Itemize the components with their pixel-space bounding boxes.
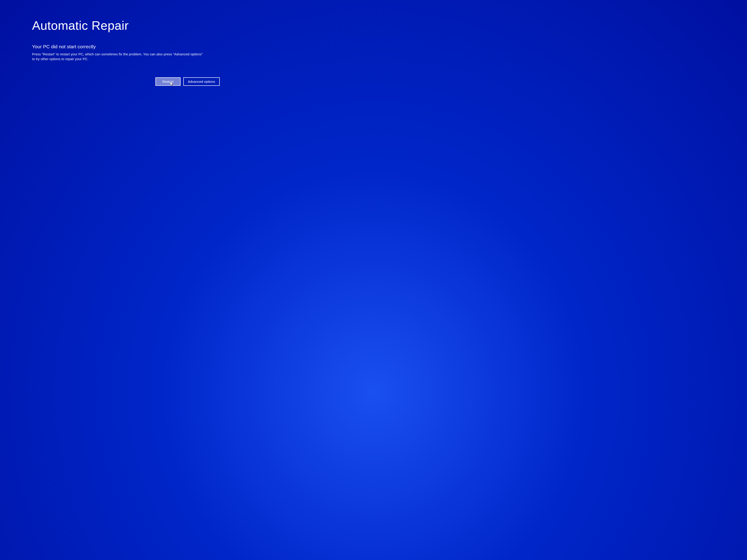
recovery-screen: Automatic Repair Your PC did not start c… [0, 0, 252, 86]
button-row: Restart Advanced options [32, 77, 220, 86]
error-description: Press "Restart" to restart your PC, whic… [32, 52, 206, 61]
error-subtitle: Your PC did not start correctly [32, 44, 220, 49]
restart-button[interactable]: Restart [155, 77, 181, 86]
page-title: Automatic Repair [32, 18, 220, 32]
advanced-options-button[interactable]: Advanced options [183, 77, 220, 86]
